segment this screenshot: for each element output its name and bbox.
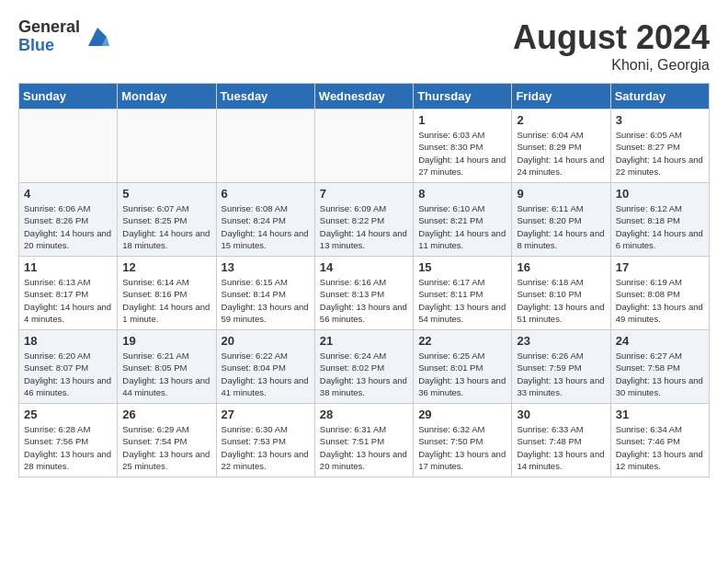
cell-info: Sunrise: 6:10 AM Sunset: 8:21 PM Dayligh… [418,202,506,251]
logo: General Blue [18,18,111,55]
cell-info: Sunrise: 6:09 AM Sunset: 8:22 PM Dayligh… [320,202,408,251]
cell-day-number: 22 [418,334,506,348]
weekday-header-saturday: Saturday [610,84,709,109]
cell-day-number: 6 [222,187,310,201]
cell-day-number: 29 [418,408,506,421]
calendar-week-row: 4Sunrise: 6:06 AM Sunset: 8:26 PM Daylig… [19,183,710,257]
title-block: August 2024 Khoni, Georgia [513,18,710,74]
calendar-cell [118,109,216,183]
calendar-cell: 1Sunrise: 6:03 AM Sunset: 8:30 PM Daylig… [414,109,512,183]
calendar-cell: 12Sunrise: 6:14 AM Sunset: 8:16 PM Dayli… [118,257,216,330]
logo-text: General Blue [18,18,80,55]
calendar-cell: 8Sunrise: 6:10 AM Sunset: 8:21 PM Daylig… [414,183,512,257]
cell-info: Sunrise: 6:03 AM Sunset: 8:30 PM Dayligh… [418,129,506,178]
logo-blue: Blue [18,37,80,55]
cell-day-number: 17 [616,260,704,274]
cell-info: Sunrise: 6:13 AM Sunset: 8:17 PM Dayligh… [24,276,112,325]
calendar-cell: 14Sunrise: 6:16 AM Sunset: 8:13 PM Dayli… [314,257,413,330]
cell-day-number: 16 [517,260,605,274]
cell-info: Sunrise: 6:19 AM Sunset: 8:08 PM Dayligh… [616,276,704,325]
cell-info: Sunrise: 6:33 AM Sunset: 7:48 PM Dayligh… [517,423,605,472]
calendar-cell: 18Sunrise: 6:20 AM Sunset: 8:07 PM Dayli… [19,330,118,404]
cell-day-number: 24 [616,334,704,348]
month-year: August 2024 [513,18,710,57]
cell-info: Sunrise: 6:29 AM Sunset: 7:54 PM Dayligh… [122,423,210,472]
cell-info: Sunrise: 6:32 AM Sunset: 7:50 PM Dayligh… [418,423,506,472]
cell-info: Sunrise: 6:27 AM Sunset: 7:58 PM Dayligh… [616,350,704,398]
cell-info: Sunrise: 6:22 AM Sunset: 8:04 PM Dayligh… [222,350,310,398]
calendar-cell [216,109,314,183]
cell-info: Sunrise: 6:34 AM Sunset: 7:46 PM Dayligh… [616,423,704,472]
cell-info: Sunrise: 6:18 AM Sunset: 8:10 PM Dayligh… [517,276,605,325]
calendar-cell: 10Sunrise: 6:12 AM Sunset: 8:18 PM Dayli… [610,183,709,257]
cell-day-number: 13 [222,260,310,274]
calendar-week-row: 18Sunrise: 6:20 AM Sunset: 8:07 PM Dayli… [19,330,710,404]
calendar-cell: 17Sunrise: 6:19 AM Sunset: 8:08 PM Dayli… [610,257,709,330]
calendar-cell: 19Sunrise: 6:21 AM Sunset: 8:05 PM Dayli… [118,330,216,404]
weekday-header-thursday: Thursday [414,84,512,109]
calendar-cell: 5Sunrise: 6:07 AM Sunset: 8:25 PM Daylig… [118,183,216,257]
cell-day-number: 30 [517,408,605,421]
cell-day-number: 18 [24,334,112,348]
cell-day-number: 5 [122,187,210,201]
cell-day-number: 3 [616,113,704,127]
cell-info: Sunrise: 6:26 AM Sunset: 7:59 PM Dayligh… [517,350,605,398]
calendar-cell: 6Sunrise: 6:08 AM Sunset: 8:24 PM Daylig… [216,183,314,257]
calendar-table: SundayMondayTuesdayWednesdayThursdayFrid… [18,83,710,477]
calendar-cell: 29Sunrise: 6:32 AM Sunset: 7:50 PM Dayli… [414,404,512,477]
page-header: General Blue August 2024 Khoni, Georgia [18,18,710,74]
calendar-cell: 3Sunrise: 6:05 AM Sunset: 8:27 PM Daylig… [610,109,709,183]
cell-info: Sunrise: 6:31 AM Sunset: 7:51 PM Dayligh… [320,423,408,472]
cell-info: Sunrise: 6:12 AM Sunset: 8:18 PM Dayligh… [616,202,704,251]
calendar-cell [314,109,413,183]
cell-info: Sunrise: 6:07 AM Sunset: 8:25 PM Dayligh… [122,202,210,251]
cell-day-number: 28 [320,408,408,421]
calendar-cell: 25Sunrise: 6:28 AM Sunset: 7:56 PM Dayli… [19,404,118,477]
calendar-cell: 28Sunrise: 6:31 AM Sunset: 7:51 PM Dayli… [314,404,413,477]
logo-icon [84,23,111,51]
cell-info: Sunrise: 6:24 AM Sunset: 8:02 PM Dayligh… [320,350,408,398]
cell-day-number: 15 [418,260,506,274]
cell-day-number: 21 [320,334,408,348]
cell-info: Sunrise: 6:04 AM Sunset: 8:29 PM Dayligh… [517,129,605,178]
cell-day-number: 31 [616,408,704,421]
calendar-week-row: 11Sunrise: 6:13 AM Sunset: 8:17 PM Dayli… [19,257,710,330]
cell-day-number: 9 [517,187,605,201]
cell-day-number: 2 [517,113,605,127]
cell-day-number: 14 [320,260,408,274]
cell-day-number: 7 [320,187,408,201]
cell-info: Sunrise: 6:20 AM Sunset: 8:07 PM Dayligh… [24,350,112,398]
calendar-cell: 16Sunrise: 6:18 AM Sunset: 8:10 PM Dayli… [512,257,610,330]
calendar-cell: 7Sunrise: 6:09 AM Sunset: 8:22 PM Daylig… [314,183,413,257]
calendar-cell: 9Sunrise: 6:11 AM Sunset: 8:20 PM Daylig… [512,183,610,257]
cell-day-number: 20 [222,334,310,348]
cell-info: Sunrise: 6:06 AM Sunset: 8:26 PM Dayligh… [24,202,112,251]
calendar-cell: 2Sunrise: 6:04 AM Sunset: 8:29 PM Daylig… [512,109,610,183]
calendar-cell: 11Sunrise: 6:13 AM Sunset: 8:17 PM Dayli… [19,257,118,330]
cell-info: Sunrise: 6:15 AM Sunset: 8:14 PM Dayligh… [222,276,310,325]
cell-day-number: 23 [517,334,605,348]
calendar-cell: 20Sunrise: 6:22 AM Sunset: 8:04 PM Dayli… [216,330,314,404]
calendar-week-row: 1Sunrise: 6:03 AM Sunset: 8:30 PM Daylig… [19,109,710,183]
cell-info: Sunrise: 6:21 AM Sunset: 8:05 PM Dayligh… [122,350,210,398]
calendar-cell: 21Sunrise: 6:24 AM Sunset: 8:02 PM Dayli… [314,330,413,404]
cell-info: Sunrise: 6:25 AM Sunset: 8:01 PM Dayligh… [418,350,506,398]
cell-day-number: 26 [122,408,210,421]
weekday-header-monday: Monday [118,84,216,109]
calendar-cell: 13Sunrise: 6:15 AM Sunset: 8:14 PM Dayli… [216,257,314,330]
calendar-cell: 4Sunrise: 6:06 AM Sunset: 8:26 PM Daylig… [19,183,118,257]
location: Khoni, Georgia [513,57,710,74]
calendar-cell: 27Sunrise: 6:30 AM Sunset: 7:53 PM Dayli… [216,404,314,477]
calendar-cell: 23Sunrise: 6:26 AM Sunset: 7:59 PM Dayli… [512,330,610,404]
logo-general: General [18,18,80,37]
cell-day-number: 4 [24,187,112,201]
calendar-header-row: SundayMondayTuesdayWednesdayThursdayFrid… [19,84,710,109]
cell-day-number: 12 [122,260,210,274]
cell-day-number: 8 [418,187,506,201]
calendar-cell: 22Sunrise: 6:25 AM Sunset: 8:01 PM Dayli… [414,330,512,404]
cell-info: Sunrise: 6:28 AM Sunset: 7:56 PM Dayligh… [24,423,112,472]
cell-day-number: 19 [122,334,210,348]
calendar-week-row: 25Sunrise: 6:28 AM Sunset: 7:56 PM Dayli… [19,404,710,477]
weekday-header-tuesday: Tuesday [216,84,314,109]
calendar-cell [19,109,118,183]
